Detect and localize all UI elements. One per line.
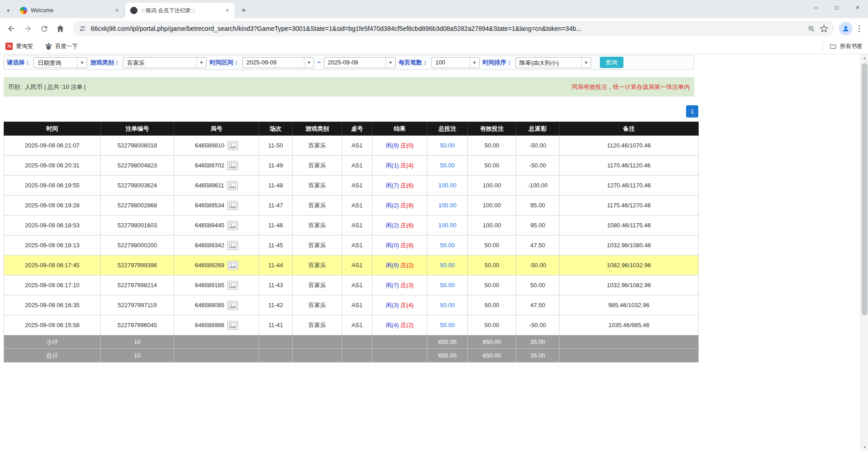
scrollbar-thumb[interactable] <box>862 63 868 315</box>
sort-order-dropdown[interactable]: 降幂(由大到小) ▼ <box>515 57 591 68</box>
roadmap-icon[interactable] <box>227 161 238 170</box>
per-page-dropdown[interactable]: 100 ▼ <box>432 57 480 68</box>
forward-button[interactable] <box>20 21 35 36</box>
cell-result: 闲(4) 庄(2) <box>373 315 427 335</box>
address-bar[interactable]: 66cxkj98.com/ipl/portal.php/game/betreco… <box>73 21 834 36</box>
bookmark-label: 百度一下 <box>55 43 78 50</box>
tab-search-chevron-icon[interactable]: ▾ <box>2 3 15 18</box>
query-type-dropdown[interactable]: 日期查询 ▼ <box>34 57 87 68</box>
result-banker: 庄(0) <box>401 142 414 149</box>
result-banker: 庄(8) <box>401 242 414 249</box>
cell-payout: 50.00 <box>516 275 559 295</box>
sort-order-value[interactable]: 降幂(由大到小) <box>516 58 581 68</box>
roadmap-icon[interactable] <box>227 221 238 230</box>
scroll-down-icon[interactable]: ▼ <box>861 443 868 451</box>
roadmap-icon[interactable] <box>227 281 238 290</box>
cell-bet-id: 522798004823 <box>101 156 174 176</box>
table-row: 2025-09-09 06:17:10 522797998214 6465891… <box>4 275 699 295</box>
tab-close-icon[interactable]: × <box>113 7 121 14</box>
chevron-down-icon[interactable]: ▼ <box>581 58 591 68</box>
home-button[interactable] <box>53 21 68 36</box>
bookmark-star-icon[interactable] <box>820 25 828 33</box>
close-window-button[interactable]: × <box>847 0 868 15</box>
result-banker: 庄(4) <box>401 302 414 309</box>
roadmap-icon[interactable] <box>227 321 238 330</box>
all-bookmarks-button[interactable]: 所有书签 <box>823 41 863 51</box>
date-to-dropdown[interactable]: 2025-09-09 ▼ <box>324 57 396 68</box>
chevron-down-icon[interactable]: ▼ <box>470 58 479 68</box>
cell-game: 百家乐 <box>293 255 342 275</box>
cell-bet-id: 522797999396 <box>101 255 174 275</box>
result-player: 闲(7) <box>386 282 399 289</box>
total-bet-link[interactable]: 50.00 <box>440 322 455 328</box>
total-bet-link[interactable]: 50.00 <box>440 242 455 249</box>
roadmap-icon[interactable] <box>227 301 238 310</box>
cell-total-bet: 50.00 <box>427 315 468 335</box>
back-button[interactable] <box>4 21 19 36</box>
chevron-down-icon[interactable]: ▼ <box>304 58 314 68</box>
new-tab-button[interactable]: + <box>237 4 250 17</box>
maximize-button[interactable]: □ <box>826 0 847 15</box>
cell-total-bet: 50.00 <box>427 235 468 255</box>
minimize-button[interactable]: ─ <box>805 0 826 15</box>
browser-menu-icon[interactable] <box>853 22 864 35</box>
cell-bet-id: 522798006018 <box>101 136 174 156</box>
table-row: 2025-09-09 06:15:58 522797996045 6465889… <box>4 315 699 335</box>
browser-tab-betrecord[interactable]: :::视讯 会员下注纪录::: × <box>125 3 235 18</box>
roadmap-icon[interactable] <box>227 241 238 250</box>
bookmark-baidu[interactable]: 百度一下 <box>45 43 78 50</box>
roadmap-icon[interactable] <box>227 261 238 270</box>
game-type-value[interactable]: 百家乐 <box>123 58 196 68</box>
cell-round: 646589085 <box>174 295 259 315</box>
chevron-down-icon[interactable]: ▼ <box>386 58 395 68</box>
site-settings-icon[interactable] <box>79 25 86 32</box>
date-to-value[interactable]: 2025-09-09 <box>324 58 386 68</box>
total-bet-link[interactable]: 50.00 <box>440 282 455 289</box>
cell-round: 646589810 <box>174 136 259 156</box>
bookmark-taobao[interactable]: 淘 爱淘宝 <box>5 43 33 50</box>
per-page-value[interactable]: 100 <box>432 58 470 68</box>
date-from-value[interactable]: 2025-09-09 <box>243 58 304 68</box>
table-row: 2025-09-09 06:19:55 522798003624 6465896… <box>4 176 699 196</box>
roadmap-icon[interactable] <box>227 141 238 150</box>
footer-cell <box>373 335 427 349</box>
vertical-scrollbar[interactable]: ▲ ▼ <box>860 54 868 451</box>
cell-bet-id: 522798002868 <box>101 196 174 216</box>
roadmap-icon[interactable] <box>227 201 238 210</box>
total-bet-link[interactable]: 50.00 <box>440 162 455 169</box>
url-text[interactable]: 66cxkj98.com/ipl/portal.php/game/betreco… <box>91 25 803 32</box>
reload-button[interactable] <box>36 21 52 36</box>
chevron-down-icon[interactable]: ▼ <box>77 58 87 68</box>
scroll-up-icon[interactable]: ▲ <box>861 54 868 62</box>
column-header: 结果 <box>373 122 427 136</box>
roadmap-icon[interactable] <box>227 181 238 190</box>
cell-game: 百家乐 <box>293 275 342 295</box>
result-player: 闲(9) <box>386 262 399 269</box>
bet-record-page: 请选择： 日期查询 ▼ 游戏类别： 百家乐 ▼ 时间区间： 2025-09-09… <box>0 55 868 451</box>
all-bookmarks-label: 所有书签 <box>840 43 863 50</box>
cell-session: 11-49 <box>259 156 293 176</box>
cell-valid-bet: 50.00 <box>468 295 516 315</box>
page-1-button[interactable]: 1 <box>686 105 698 118</box>
query-type-value[interactable]: 日期查询 <box>34 58 77 68</box>
total-bet-link[interactable]: 100.00 <box>438 222 456 229</box>
cell-session: 11-43 <box>259 275 293 295</box>
total-bet-link[interactable]: 50.00 <box>440 262 455 269</box>
total-bet-link[interactable]: 50.00 <box>440 142 455 149</box>
cell-result: 闲(7) 庄(3) <box>373 275 427 295</box>
zoom-icon[interactable] <box>808 25 815 33</box>
result-player: 闲(2) <box>386 222 399 229</box>
total-bet-link[interactable]: 100.00 <box>438 182 456 189</box>
game-type-dropdown[interactable]: 百家乐 ▼ <box>123 57 206 68</box>
total-bet-link[interactable]: 100.00 <box>438 202 456 209</box>
profile-avatar[interactable] <box>839 22 853 35</box>
tab-title: Welcome <box>31 7 110 14</box>
total-bet-link[interactable]: 50.00 <box>440 302 455 309</box>
chevron-down-icon[interactable]: ▼ <box>196 58 206 68</box>
cell-table: AS1 <box>342 196 373 216</box>
date-from-dropdown[interactable]: 2025-09-09 ▼ <box>242 57 314 68</box>
browser-tab-welcome[interactable]: Welcome × <box>15 3 124 18</box>
tab-close-icon[interactable]: × <box>224 7 231 14</box>
cell-game: 百家乐 <box>293 136 342 156</box>
search-button[interactable]: 查询 <box>600 57 623 68</box>
